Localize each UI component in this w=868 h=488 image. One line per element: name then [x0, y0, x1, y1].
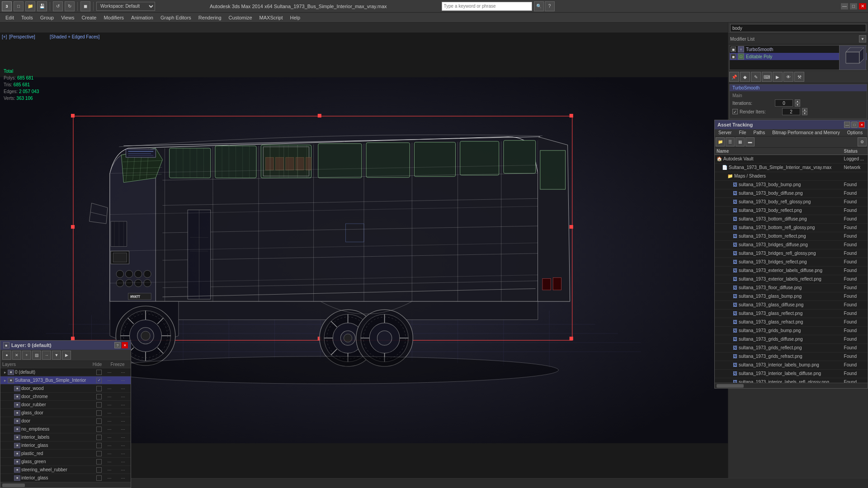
asset-table-row[interactable]: 🖼sultana_1973_body_reflect.pngFound	[715, 206, 868, 215]
menu-edit[interactable]: Edit	[2, 13, 18, 23]
layer-item[interactable]: ■door_chrome------	[0, 393, 131, 401]
modifier-list-dropdown[interactable]: ▼	[859, 35, 866, 42]
asset-menu-bitmap-perf[interactable]: Bitmap Performance and Memory	[769, 129, 844, 136]
maximize-button[interactable]: □	[850, 3, 857, 9]
panel-tool-3[interactable]: ✎	[751, 72, 761, 82]
layer-item[interactable]: ■interior_glass------	[0, 441, 131, 450]
menu-create[interactable]: Create	[78, 13, 100, 23]
help-btn[interactable]: ?	[545, 1, 555, 11]
asset-dialog-minimize[interactable]: —	[844, 122, 850, 128]
menu-graph-editors[interactable]: Graph Editors	[157, 13, 195, 23]
layers-collapse-btn[interactable]: ▼	[52, 351, 61, 360]
panel-tool-7[interactable]: ⚒	[794, 72, 804, 82]
new-btn[interactable]: □	[14, 1, 24, 11]
menu-tools[interactable]: Tools	[18, 13, 37, 23]
asset-menu-file[interactable]: File	[735, 129, 750, 136]
panel-tool-5[interactable]: ▶	[773, 72, 783, 82]
asset-table-row[interactable]: 🖼sultana_1973_bottom_refl_glossy.pngFoun…	[715, 224, 868, 232]
iterations-up[interactable]: ▲	[795, 99, 800, 103]
layer-active-check[interactable]	[96, 410, 102, 416]
asset-menu-server[interactable]: Server	[715, 129, 735, 136]
turbosmoosh-rollout-header[interactable]: TurboSmooth	[730, 84, 867, 91]
menu-views[interactable]: Views	[57, 13, 78, 23]
render-iters-up[interactable]: ▲	[802, 108, 807, 112]
search-input[interactable]	[442, 2, 532, 11]
asset-table-container[interactable]: Name Status 🏠Autodesk VaultLogged ...📄Su…	[715, 148, 868, 383]
turbosmoosh-enable-checkbox[interactable]: ■	[731, 47, 736, 52]
asset-scrollbar-thumb[interactable]	[717, 384, 744, 388]
open-btn[interactable]: 📁	[25, 1, 35, 11]
layer-active-check[interactable]	[96, 451, 102, 456]
asset-toolbar-btn1[interactable]: 📁	[716, 137, 725, 146]
asset-table-row[interactable]: 🖼sultana_1973_bottom_diffuse.pngFound	[715, 215, 868, 224]
iterations-down[interactable]: ▼	[795, 103, 800, 107]
layers-current-btn[interactable]: ●	[2, 351, 11, 360]
asset-toolbar-btn3[interactable]: ▦	[736, 137, 745, 146]
asset-table-row[interactable]: 🖼sultana_1973_exterior_labels_diffuse.pn…	[715, 267, 868, 275]
layer-item[interactable]: ▸■Sultana_1973_Bus_Simple_Interior✓-----…	[0, 376, 131, 385]
search-icon[interactable]: 🔍	[534, 1, 544, 11]
asset-table-row[interactable]: 🖼sultana_1973_bridges_refl_glossy.pngFou…	[715, 249, 868, 258]
asset-dialog-close[interactable]: ✕	[859, 122, 865, 128]
asset-table-row[interactable]: 🖼sultana_1973_interior_labels_diffuse.pn…	[715, 370, 868, 378]
asset-table-row[interactable]: 🖼sultana_1973_glass_reflect.pngFound	[715, 310, 868, 318]
asset-table-row[interactable]: 🖼sultana_1973_body_bump.pngFound	[715, 181, 868, 189]
asset-table-row[interactable]: 🖼sultana_1973_bottom_reflect.pngFound	[715, 232, 868, 241]
asset-toolbar-settings[interactable]: ⚙	[858, 137, 867, 146]
asset-table-row[interactable]: 🖼sultana_1973_body_diffuse.pngFound	[715, 189, 868, 198]
asset-table-row[interactable]: 📁Maps / Shaders	[715, 172, 868, 181]
undo-btn[interactable]: ↺	[53, 1, 63, 11]
layer-active-check[interactable]	[96, 459, 102, 465]
render-iters-checkbox[interactable]	[732, 109, 738, 114]
layers-add-btn[interactable]: +	[22, 351, 31, 360]
asset-menu-paths[interactable]: Paths	[750, 129, 769, 136]
layer-item[interactable]: ■interior_labels------	[0, 433, 131, 441]
asset-table-row[interactable]: 🖼sultana_1973_interior_labels_refl_gloss…	[715, 378, 868, 383]
asset-scrollbar[interactable]	[715, 383, 868, 388]
asset-table-row[interactable]: 🏠Autodesk VaultLogged ...	[715, 155, 868, 164]
layer-active-check[interactable]	[96, 427, 102, 432]
render-iters-spinner[interactable]: ▲ ▼	[802, 108, 807, 115]
asset-table-row[interactable]: 🖼sultana_1973_grids_refract.pngFound	[715, 352, 868, 361]
layers-help-btn[interactable]: ?	[114, 342, 121, 348]
layer-item[interactable]: ■door------	[0, 417, 131, 425]
asset-table-row[interactable]: 🖼sultana_1973_body_refl_glossy.pngFound	[715, 198, 868, 206]
asset-table-row[interactable]: 🖼sultana_1973_glass_bump.pngFound	[715, 292, 868, 301]
layers-scrollbar-thumb[interactable]	[2, 483, 25, 487]
layers-scrollbar[interactable]	[0, 482, 131, 488]
asset-toolbar-btn2[interactable]: ☰	[726, 137, 735, 146]
asset-table-row[interactable]: 📄Sultana_1973_Bus_Simple_Interior_max_vr…	[715, 164, 868, 172]
layer-active-check[interactable]	[96, 475, 102, 481]
layer-item[interactable]: ■steering_wheel_rubber------	[0, 466, 131, 474]
layer-active-check[interactable]	[96, 402, 102, 408]
menu-animation[interactable]: Animation	[127, 13, 157, 23]
layer-active-check[interactable]	[96, 443, 102, 448]
menu-rendering[interactable]: Rendering	[195, 13, 225, 23]
workspace-select[interactable]: Workspace: Default	[96, 2, 155, 11]
panel-tool-2[interactable]: ◆	[740, 72, 750, 82]
asset-table-row[interactable]: 🖼sultana_1973_interior_labels_bump.pngFo…	[715, 361, 868, 370]
close-button[interactable]: ✕	[859, 3, 866, 9]
asset-table-row[interactable]: 🖼sultana_1973_glass_diffuse.pngFound	[715, 301, 868, 310]
asset-table-row[interactable]: 🖼sultana_1973_floor_diffuse.pngFound	[715, 284, 868, 292]
editable-poly-enable-checkbox[interactable]: ■	[731, 54, 736, 59]
save-btn[interactable]: 💾	[37, 1, 47, 11]
asset-table-row[interactable]: 🖼sultana_1973_bridges_reflect.pngFound	[715, 258, 868, 267]
layer-item[interactable]: ■interior_glass------	[0, 474, 131, 482]
asset-table-row[interactable]: 🖼sultana_1973_grids_diffuse.pngFound	[715, 335, 868, 344]
asset-toolbar-btn4[interactable]: ▬	[745, 137, 755, 146]
layer-item[interactable]: ■glass_door------	[0, 409, 131, 417]
layers-select-btn[interactable]: ▨	[32, 351, 41, 360]
layer-item[interactable]: ▸■0 (default)------	[0, 368, 131, 376]
panel-tool-1[interactable]: 📌	[729, 72, 739, 82]
asset-table-row[interactable]: 🖼sultana_1973_grids_reflect.pngFound	[715, 344, 868, 352]
layers-delete-btn[interactable]: ✕	[12, 351, 21, 360]
redo-btn[interactable]: ↻	[65, 1, 75, 11]
menu-help[interactable]: Help	[287, 13, 304, 23]
object-name-input[interactable]: body	[730, 24, 866, 32]
asset-table-row[interactable]: 🖼sultana_1973_glass_refract.pngFound	[715, 318, 868, 327]
col-status-header[interactable]: Status	[842, 148, 868, 155]
asset-table-row[interactable]: 🖼sultana_1973_exterior_labels_reflect.pn…	[715, 275, 868, 284]
asset-table-row[interactable]: 🖼sultana_1973_grids_bump.pngFound	[715, 327, 868, 335]
layers-expand-btn[interactable]: ▶	[62, 351, 71, 360]
